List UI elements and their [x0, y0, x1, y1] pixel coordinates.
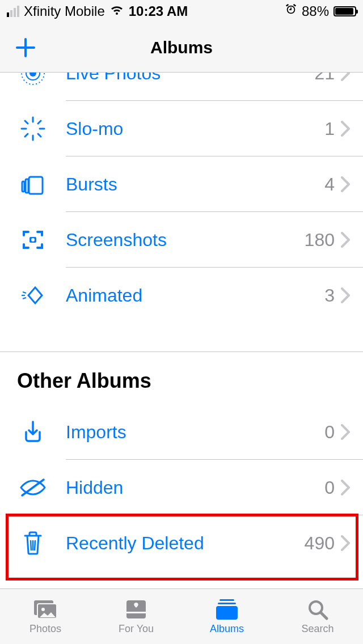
svg-rect-13 — [22, 181, 24, 192]
chevron-right-icon — [340, 176, 351, 192]
svg-line-32 — [321, 613, 327, 618]
svg-line-18 — [23, 298, 26, 299]
row-screenshots[interactable]: Screenshots 180 — [0, 212, 363, 268]
hidden-icon — [17, 472, 49, 503]
row-label: Animated — [66, 285, 324, 306]
animated-icon — [17, 279, 49, 311]
row-label: Slo-mo — [66, 118, 324, 139]
row-count: 3 — [324, 285, 335, 306]
row-hidden[interactable]: Hidden 0 — [0, 460, 363, 515]
section-header-other: Other Albums — [0, 352, 363, 404]
svg-point-15 — [31, 238, 35, 242]
bursts-icon — [17, 168, 49, 200]
photos-tab-icon — [32, 598, 59, 621]
svg-point-0 — [29, 73, 36, 77]
svg-line-19 — [22, 480, 44, 495]
svg-line-22 — [35, 540, 35, 550]
row-label: Recently Deleted — [66, 533, 305, 554]
svg-rect-30 — [216, 606, 238, 620]
row-recently-deleted[interactable]: Recently Deleted 490 — [0, 515, 363, 571]
chevron-right-icon — [340, 424, 351, 440]
tab-label: Photos — [29, 623, 61, 635]
tab-for-you[interactable]: For You — [91, 589, 182, 644]
row-animated[interactable]: Animated 3 — [0, 268, 363, 323]
svg-line-9 — [25, 134, 28, 137]
row-bursts[interactable]: Bursts 4 — [0, 156, 363, 212]
row-count: 0 — [324, 477, 335, 498]
alarm-icon — [285, 3, 297, 19]
battery-label: 88% — [302, 3, 329, 19]
chevron-right-icon — [340, 232, 351, 248]
svg-rect-28 — [220, 599, 234, 601]
row-count: 21 — [314, 73, 335, 84]
row-imports[interactable]: Imports 0 — [0, 404, 363, 460]
chevron-right-icon — [340, 121, 351, 137]
foryou-tab-icon — [123, 598, 150, 621]
tab-label: Search — [301, 623, 334, 635]
row-count: 0 — [324, 422, 335, 443]
row-count: 1 — [324, 118, 335, 139]
tab-albums[interactable]: Albums — [182, 589, 272, 644]
page-title: Albums — [150, 38, 213, 57]
svg-line-20 — [31, 540, 31, 550]
add-button[interactable] — [14, 36, 37, 60]
chevron-right-icon — [340, 480, 351, 495]
status-bar: Xfinity Mobile 10:23 AM 88% — [0, 0, 363, 23]
svg-rect-11 — [29, 177, 43, 194]
chevron-right-icon — [340, 73, 351, 81]
status-right: 88% — [285, 3, 356, 19]
search-tab-icon — [304, 598, 331, 621]
tab-bar: Photos For You Albums Sear — [0, 588, 363, 644]
wifi-icon — [109, 3, 124, 19]
albums-tab-icon — [213, 598, 240, 621]
row-label: Hidden — [66, 477, 324, 498]
tab-photos[interactable]: Photos — [0, 589, 91, 644]
row-label: Live Photos — [66, 73, 314, 84]
carrier-label: Xfinity Mobile — [24, 3, 105, 19]
tab-search[interactable]: Search — [272, 589, 363, 644]
row-label: Imports — [66, 422, 324, 443]
row-label: Bursts — [66, 174, 324, 195]
svg-line-8 — [38, 134, 41, 137]
svg-rect-29 — [218, 603, 236, 604]
chevron-right-icon — [340, 535, 351, 551]
cell-signal-icon — [7, 6, 19, 17]
battery-icon — [334, 6, 356, 16]
tab-label: Albums — [210, 623, 244, 635]
svg-point-25 — [41, 608, 45, 611]
nav-bar: Albums — [0, 23, 363, 73]
row-label: Screenshots — [66, 230, 305, 251]
svg-line-7 — [25, 121, 28, 124]
time-label: 10:23 AM — [129, 3, 188, 19]
screenshots-icon — [17, 224, 49, 256]
svg-line-10 — [38, 121, 41, 124]
trash-icon — [17, 527, 49, 559]
imports-icon — [17, 416, 49, 448]
chevron-right-icon — [340, 287, 351, 303]
slomo-icon — [17, 113, 49, 145]
svg-line-17 — [23, 292, 26, 293]
row-count: 490 — [305, 533, 335, 554]
status-left: Xfinity Mobile 10:23 AM — [7, 3, 188, 19]
content-scroll[interactable]: Live Photos 21 Slo-mo 1 — [0, 73, 363, 588]
row-count: 180 — [305, 230, 335, 251]
tab-label: For You — [119, 623, 154, 635]
live-photos-icon — [17, 73, 49, 89]
svg-rect-12 — [26, 179, 28, 193]
row-slomo[interactable]: Slo-mo 1 — [0, 101, 363, 156]
row-count: 4 — [324, 174, 335, 195]
row-live-photos[interactable]: Live Photos 21 — [0, 73, 363, 101]
svg-rect-27 — [126, 612, 146, 613]
